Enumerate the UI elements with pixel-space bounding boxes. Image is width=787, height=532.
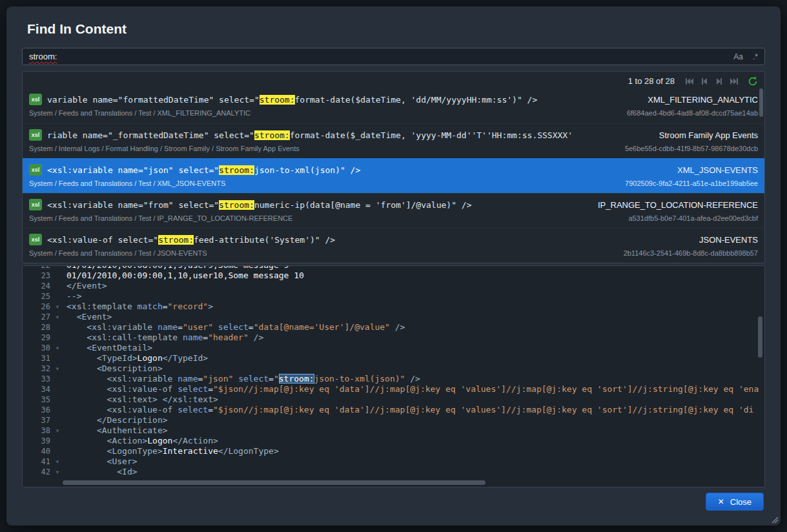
editor-line[interactable]: 37 </Description> xyxy=(23,415,764,425)
code-text: <xsl:value-of select="$json//j:map[@j:ke… xyxy=(63,405,764,415)
result-row[interactable]: xsl<xsl:value-of select="stroom:feed-att… xyxy=(23,228,764,263)
line-number: 23 xyxy=(23,271,52,281)
resize-grip-icon xyxy=(770,515,779,524)
fold-spacer xyxy=(52,436,63,446)
refresh-button[interactable] xyxy=(746,76,759,87)
editor-line[interactable]: 40 <LogonType>Interactive</LogonType> xyxy=(23,446,764,456)
code-text: <EventDetail> xyxy=(63,343,764,353)
results-panel: 1 to 28 of 28 xslvariable name="formatte… xyxy=(22,71,765,263)
editor-line[interactable]: 30▼ <EventDetail> xyxy=(23,343,764,353)
fold-spacer xyxy=(52,394,63,405)
fold-arrow-icon[interactable]: ▼ xyxy=(52,456,63,467)
fold-arrow-icon[interactable]: ▼ xyxy=(52,425,63,436)
horizontal-scrollbar[interactable] xyxy=(63,480,485,485)
result-doc-name: JSON-EVENTS xyxy=(699,235,758,245)
next-page-button[interactable] xyxy=(713,76,726,87)
editor-line[interactable]: 31 <TypeId>Logon</TypeId> xyxy=(23,353,764,363)
previous-page-button[interactable] xyxy=(698,76,711,87)
xslt-doc-icon: xsl xyxy=(29,94,42,105)
fold-arrow-icon[interactable]: ▼ xyxy=(52,302,63,312)
match-case-icon[interactable]: Aa xyxy=(733,52,743,61)
code-text: <User> xyxy=(63,456,764,467)
search-options: Aa .* xyxy=(733,52,758,61)
fold-arrow-icon[interactable]: ▼ xyxy=(52,343,63,353)
editor-line[interactable]: 32▼ <Description> xyxy=(23,363,764,374)
editor-line[interactable]: 34 <xsl:value-of select="$json//j:map[@j… xyxy=(23,384,764,394)
editor-line[interactable]: 25--> xyxy=(23,291,764,302)
close-icon: ✕ xyxy=(718,497,724,506)
fold-spacer xyxy=(52,281,63,291)
code-text: --> xyxy=(63,291,764,302)
editor-line[interactable]: 39 <Action>Logon</Action> xyxy=(23,436,764,446)
fold-spacer xyxy=(52,374,63,384)
result-row[interactable]: xslriable name="_formattedDateTime" sele… xyxy=(23,123,764,158)
resize-handle[interactable] xyxy=(770,515,779,524)
editor-line[interactable]: 38▼ <Authenticate> xyxy=(23,425,764,436)
fold-spacer xyxy=(52,446,63,456)
first-page-button[interactable] xyxy=(683,76,696,87)
last-page-button[interactable] xyxy=(728,76,741,87)
editor-line[interactable]: 24</Event> xyxy=(23,281,764,291)
fold-spacer xyxy=(52,405,63,415)
code-text: </Description> xyxy=(63,415,764,425)
line-number: 34 xyxy=(23,384,52,394)
line-number: 27 xyxy=(23,312,52,322)
result-code: riable name="_formattedDateTime" select=… xyxy=(47,130,654,140)
result-code: <xsl:value-of select="stroom:feed-attrib… xyxy=(47,235,694,245)
match-highlight: stroom: xyxy=(158,235,194,245)
vertical-scrollbar[interactable] xyxy=(758,316,762,358)
code-text: <xsl:template match="record"> xyxy=(63,302,764,312)
editor-line[interactable]: 33 <xsl:variable name="json" select="str… xyxy=(23,374,764,384)
code-text: <Event> xyxy=(63,312,764,322)
code-text: <Id> xyxy=(63,467,764,477)
result-doc-name: Stroom Family App Events xyxy=(659,130,758,140)
results-scrollbar[interactable] xyxy=(759,88,763,117)
editor-line[interactable]: 28 <xsl:variable name="user" select="dat… xyxy=(23,322,764,332)
pagination-label: 1 to 28 of 28 xyxy=(628,76,675,86)
editor-line[interactable]: 26▼<xsl:template match="record"> xyxy=(23,302,764,312)
fold-arrow-icon[interactable]: ▼ xyxy=(52,363,63,374)
result-uuid: 6f684aed-4bd6-4ad8-af08-dccd75ae14ab xyxy=(627,109,758,117)
line-number: 25 xyxy=(23,291,52,302)
regex-icon[interactable]: .* xyxy=(753,52,758,61)
match-highlight: stroom: xyxy=(219,165,254,175)
result-doc-name: XML_JSON-EVENTS xyxy=(677,165,758,175)
code-editor[interactable]: 2201/01/2010,00:08:00,1,9,user9,Some mes… xyxy=(22,265,765,487)
result-row[interactable]: xsl<xsl:variable name="json" select="str… xyxy=(23,158,764,193)
fold-spacer xyxy=(52,322,63,332)
search-input[interactable]: stroom: Aa .* xyxy=(22,48,765,65)
editor-line[interactable]: 2301/01/2010,00:09:00,1,10,user10,Some m… xyxy=(23,271,764,281)
search-value: stroom: xyxy=(29,52,57,61)
fold-spacer xyxy=(52,353,63,363)
line-number: 37 xyxy=(23,415,52,425)
editor-line[interactable]: 36 <xsl:value-of select="$json//j:map[@j… xyxy=(23,405,764,415)
fold-spacer xyxy=(52,332,63,343)
editor-line[interactable]: 41▼ <User> xyxy=(23,456,764,467)
pagination-bar: 1 to 28 of 28 xyxy=(23,72,764,88)
fold-spacer xyxy=(52,271,63,281)
code-text: <xsl:variable name="json" select="stroom… xyxy=(63,374,764,384)
editor-line[interactable]: 42▼ <Id> xyxy=(23,467,764,477)
result-row[interactable]: xsl<xsl:variable name="from" select="str… xyxy=(23,193,764,228)
xslt-doc-icon: xsl xyxy=(29,164,42,176)
close-button[interactable]: ✕ Close xyxy=(706,493,764,511)
result-doc-name: XML_FILTERING_ANALYTIC xyxy=(648,95,758,105)
line-number: 22 xyxy=(23,265,52,271)
line-number: 36 xyxy=(23,405,52,415)
code-text: <Description> xyxy=(63,363,764,374)
result-uuid: 7902509c-9fa2-4211-a51e-a1be199ab5ee xyxy=(625,179,758,187)
find-in-content-dialog: Find In Content stroom: Aa .* 1 to 28 of… xyxy=(6,6,781,526)
result-row[interactable]: xslvariable name="formattedDateTime" sel… xyxy=(23,88,764,123)
editor-line[interactable]: 35 <xsl:text> </xsl:text> xyxy=(23,394,764,405)
fold-arrow-icon[interactable]: ▼ xyxy=(52,467,63,477)
result-code: variable name="formattedDateTime" select… xyxy=(47,95,642,105)
match-highlight: stroom: xyxy=(260,95,295,105)
line-number: 29 xyxy=(23,332,52,343)
fold-arrow-icon[interactable]: ▼ xyxy=(52,312,63,322)
editor-line[interactable]: 2201/01/2010,00:08:00,1,9,user9,Some mes… xyxy=(23,265,764,271)
editor-line[interactable]: 27▼ <Event> xyxy=(23,312,764,322)
code-text: <LogonType>Interactive</LogonType> xyxy=(63,446,764,456)
line-number: 31 xyxy=(23,353,52,363)
editor-line[interactable]: 29 <xsl:call-template name="header" /> xyxy=(23,332,764,343)
line-number: 39 xyxy=(23,436,52,446)
